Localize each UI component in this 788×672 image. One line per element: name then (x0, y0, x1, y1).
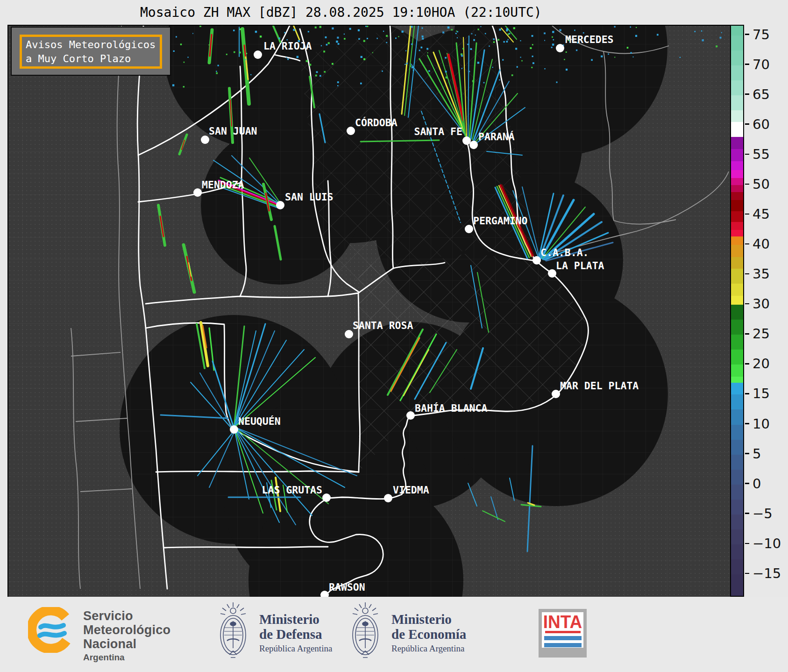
city-label: PERGAMINO (473, 215, 528, 227)
radar-echo-speckle (411, 26, 412, 28)
radar-echo-speckle (187, 57, 188, 57)
radar-echo-speckle (358, 29, 360, 31)
warning-badge-line2: a Muy Corto Plazo (26, 52, 156, 66)
radar-echo-speckle (446, 77, 447, 79)
radar-echo-speckle (184, 62, 185, 63)
city-dot (230, 425, 238, 434)
colorbar-segment (731, 425, 743, 440)
radar-echo-speckle (520, 40, 521, 41)
city-dot (345, 330, 353, 338)
radar-echo-speckle (633, 57, 634, 57)
radar-echo-speckle (367, 26, 368, 27)
colorbar-tick: 65 (745, 86, 770, 102)
radar-echo-speckle (324, 71, 326, 73)
radar-echo-speckle (485, 33, 486, 35)
radar-echo-speckle (489, 45, 490, 47)
radar-echo-speckle (316, 71, 318, 73)
colorbar-segment (731, 137, 743, 149)
colorbar-segment (731, 394, 743, 410)
colorbar-segment (731, 455, 743, 470)
radar-echo-speckle (233, 29, 235, 31)
radar-echo-speckle (323, 50, 325, 52)
radar-echo-speckle (636, 27, 637, 28)
colorbar-segment (731, 470, 743, 485)
economia-wordmark: Ministerio de Economía República Argenti… (391, 612, 466, 654)
colorbar-tick: 40 (745, 236, 770, 252)
city-label: PARANÁ (478, 131, 515, 143)
radar-echo-speckle (701, 30, 703, 32)
radar-echo-speckle (245, 59, 246, 60)
radar-echo-speckle (509, 33, 511, 34)
radar-echo-speckle (483, 82, 485, 84)
colorbar-segment (731, 36, 743, 51)
colorbar-segment (731, 222, 743, 230)
radar-echo-speckle (395, 37, 397, 39)
radar-echo-speckle (445, 71, 447, 72)
radar-echo-speckle (556, 82, 558, 83)
radar-echo-speckle (564, 59, 565, 60)
colorbar-segment (731, 192, 743, 200)
radar-echo-speckle (183, 86, 185, 87)
radar-echo-speckle (492, 67, 493, 68)
city-dot (406, 411, 415, 420)
radar-echo-speckle (521, 60, 523, 62)
colorbar-segment (731, 335, 743, 350)
radar-echo-speckle (680, 57, 681, 58)
radar-map: LA RIOJAMERCEDESSAN JUANCÓRDOBASANTA FEP… (7, 25, 731, 599)
inta-logo: INTA (539, 609, 587, 658)
radar-echo-speckle (286, 57, 287, 58)
radar-echo-speckle (332, 28, 334, 29)
warning-badge[interactable]: Avisos Meteorológicos a Muy Corto Plazo (11, 27, 171, 76)
colorbar-segment (731, 200, 743, 212)
radar-echo-speckle (627, 47, 629, 49)
radar-echo-speckle (383, 31, 384, 32)
radar-echo-speckle (332, 63, 334, 65)
colorbar-segment (731, 80, 743, 96)
colorbar-segment (731, 110, 743, 122)
colorbar-segment (731, 161, 743, 171)
city-dot (201, 136, 209, 144)
radar-echo-speckle (552, 43, 554, 45)
radar-echo-speckle (405, 64, 405, 65)
colorbar-tick-labels: 757065605550454035302520151050−5−10−15 (745, 25, 787, 597)
radar-echo-speckle (328, 42, 330, 44)
inta-logo-inner: INTA (542, 612, 583, 648)
radar-echo-speckle (530, 47, 532, 49)
city-label: MENDOZA (202, 179, 244, 191)
city-label: BAHÍA BLANCA (415, 402, 487, 414)
colorbar-segment (731, 122, 743, 137)
colorbar-segment (731, 65, 743, 81)
radar-echo-speckle (287, 58, 289, 60)
radar-echo-speckle (402, 31, 404, 33)
radar-echo-speckle (358, 38, 360, 40)
inta-blue-bar-2 (544, 643, 582, 647)
radar-echo-speckle (199, 26, 201, 27)
radar-echo-speckle (445, 57, 447, 59)
defensa-wordmark: Ministerio de Defensa República Argentin… (259, 612, 332, 654)
page-title: Mosaico ZH MAX [dBZ] 28.08.2025 19:10HOA… (140, 5, 542, 20)
colorbar-segment (731, 377, 743, 383)
colorbar-tick: 55 (745, 146, 770, 162)
radar-echo-speckle (422, 38, 424, 40)
radar-echo-speckle (315, 27, 317, 29)
radar-echo-speckle (515, 48, 517, 50)
radar-echo-speckle (240, 29, 241, 30)
radar-echo-speckle (552, 31, 554, 33)
colorbar-segment (731, 170, 743, 178)
smn-line4: Argentina (83, 652, 170, 663)
radar-echo-speckle (502, 59, 504, 61)
city-label: MERCEDES (565, 34, 614, 45)
colorbar-segment (731, 296, 743, 305)
radar-map-canvas: LA RIOJAMERCEDESSAN JUANCÓRDOBASANTA FEP… (8, 26, 730, 598)
city-dot (384, 494, 392, 502)
radar-echo-speckle (176, 36, 177, 37)
city-label: MAR DEL PLATA (560, 380, 639, 392)
radar-echo-speckle (532, 35, 533, 37)
radar-echo-speckle (552, 36, 553, 38)
colorbar-segment (731, 211, 743, 222)
defensa-crest-icon (217, 601, 249, 661)
radar-echo-speckle (694, 31, 696, 32)
radar-echo-speckle (361, 56, 362, 58)
city-label: VIEDMA (393, 484, 429, 496)
colorbar-segment (731, 544, 743, 560)
